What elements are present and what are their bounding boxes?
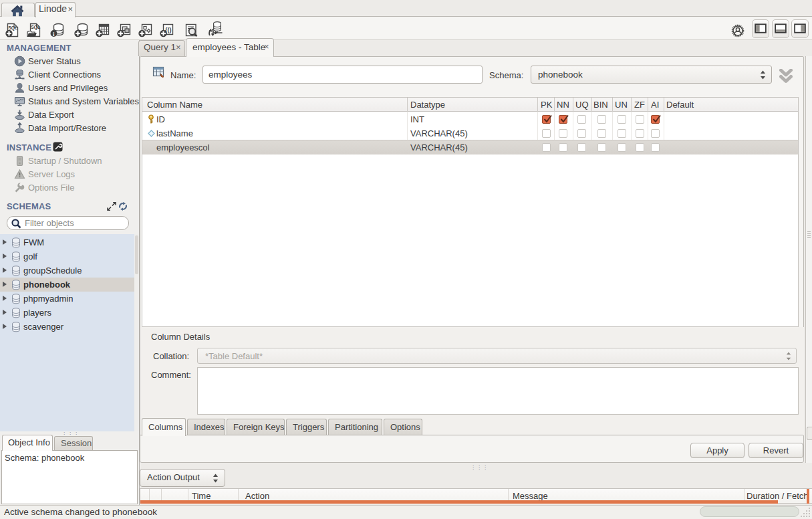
svg-text:SQL: SQL	[8, 25, 17, 31]
svg-text:SQL: SQL	[31, 25, 40, 30]
